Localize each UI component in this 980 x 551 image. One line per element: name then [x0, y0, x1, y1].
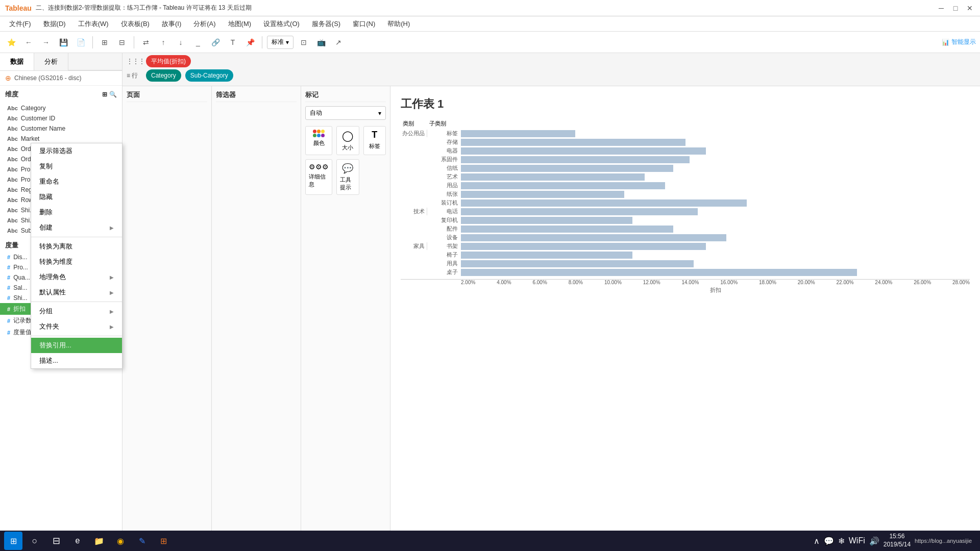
- maximize-button[interactable]: □: [950, 3, 961, 13]
- grid-icon[interactable]: ⊞: [102, 91, 107, 98]
- toolbar-sort-asc[interactable]: ↑: [156, 35, 170, 49]
- ctx-delete[interactable]: 删除: [31, 205, 122, 220]
- view-dropdown[interactable]: 标准 ▾: [267, 36, 293, 49]
- ctx-default-prop[interactable]: 默认属性 ▶: [31, 285, 122, 300]
- dot-purple: [321, 134, 325, 137]
- chart-bar: [461, 226, 673, 233]
- tableau-taskbar[interactable]: ⊞: [154, 532, 173, 550]
- minimize-button[interactable]: ─: [936, 3, 946, 13]
- chart-bar: [461, 234, 726, 241]
- menu-item-w[interactable]: 工作表(W): [73, 17, 114, 31]
- ctx-to-discrete[interactable]: 转换为离散: [31, 239, 122, 254]
- content-area: 页面 筛选器 标记 自动 ▾: [122, 86, 980, 531]
- field-customer-name[interactable]: Abc Customer Name: [0, 123, 122, 134]
- field-category[interactable]: Abc Category: [0, 103, 122, 113]
- dot-green: [313, 134, 316, 137]
- smart-display-icon: 📊: [942, 39, 949, 46]
- menu-item-o[interactable]: 设置格式(O): [258, 17, 305, 31]
- toolbar-new[interactable]: 📄: [74, 35, 88, 49]
- pages-title: 页面: [127, 90, 207, 102]
- volume-icon[interactable]: 🔊: [869, 536, 879, 546]
- smart-display-button[interactable]: 📊 智能显示: [942, 38, 976, 46]
- ctx-hide[interactable]: 隐藏: [31, 189, 122, 205]
- start-button[interactable]: ⊞: [4, 532, 22, 550]
- field-type-icon: Abc: [7, 187, 18, 193]
- menu-item-i[interactable]: 故事(I): [157, 17, 186, 31]
- marks-size-btn[interactable]: ◯ 大小: [336, 126, 359, 155]
- ctx-create[interactable]: 创建 ▶: [31, 220, 122, 235]
- wechat-icon[interactable]: 💬: [824, 536, 834, 546]
- axis-tick: 12.00%: [643, 280, 660, 285]
- tab-data[interactable]: 数据: [0, 53, 34, 70]
- marks-title: 标记: [305, 90, 386, 102]
- menu-item-n[interactable]: 窗口(N): [348, 17, 380, 31]
- toolbar-paste[interactable]: ⊟: [115, 35, 129, 49]
- toolbar-sort-desc[interactable]: ↓: [174, 35, 188, 49]
- marks-detail-label: 详细信息: [309, 173, 329, 188]
- ctx-folder[interactable]: 文件夹 ▶: [31, 319, 122, 334]
- marks-label-btn[interactable]: T 标签: [363, 126, 386, 155]
- search-button[interactable]: ○: [26, 532, 44, 550]
- rows-icon: ≡: [127, 72, 130, 79]
- menu-item-s[interactable]: 服务器(S): [307, 17, 346, 31]
- sub-label: 系固件: [427, 156, 461, 163]
- toolbar-copy[interactable]: ⊞: [97, 35, 112, 49]
- ctx-describe[interactable]: 描述...: [31, 353, 122, 368]
- ctx-to-dimension[interactable]: 转换为维度: [31, 254, 122, 269]
- weather-icon[interactable]: ❄: [838, 536, 845, 546]
- field-customer-id[interactable]: Abc Customer ID: [0, 113, 122, 123]
- toolbar-forward[interactable]: →: [39, 35, 53, 49]
- field-type-icon: #: [7, 318, 10, 324]
- marks-tooltip-btn[interactable]: 💬 工具提示: [336, 159, 359, 195]
- table-row: 存储: [401, 138, 970, 146]
- toolbar-camera[interactable]: 📌: [243, 35, 257, 49]
- ctx-replace-ref[interactable]: 替换引用...: [31, 338, 122, 353]
- table-row: 用具: [401, 260, 970, 267]
- cols-pill-discount[interactable]: 平均值(折扣): [146, 55, 191, 67]
- ie-button[interactable]: e: [68, 532, 87, 550]
- axis-tick: 4.00%: [497, 280, 511, 285]
- tablet-button[interactable]: ✎: [133, 532, 151, 550]
- tab-analysis[interactable]: 分析: [34, 53, 68, 70]
- explorer-button[interactable]: 📁: [90, 532, 108, 550]
- bar-wrap: [461, 199, 970, 207]
- smart-display-label: 智能显示: [951, 38, 976, 46]
- toolbar-text[interactable]: T: [226, 35, 240, 49]
- marks-detail-btn[interactable]: ⚙⚙⚙ 详细信息: [305, 159, 332, 195]
- menu-item-h[interactable]: 帮助(H): [382, 17, 415, 31]
- toolbar-share[interactable]: ↗: [331, 35, 346, 49]
- toolbar-highlight[interactable]: _: [191, 35, 205, 49]
- close-button[interactable]: ✕: [965, 3, 975, 13]
- marks-color-btn[interactable]: 颜色: [305, 126, 332, 155]
- toolbar-present[interactable]: 📺: [314, 35, 328, 49]
- wifi-icon[interactable]: WiFi: [849, 536, 865, 545]
- toolbar-swap[interactable]: ⇄: [139, 35, 153, 49]
- toolbar-back[interactable]: ←: [21, 35, 36, 49]
- menu-item-m[interactable]: 地图(M): [223, 17, 257, 31]
- bar-wrap: [461, 234, 970, 241]
- marks-buttons: 颜色 ◯ 大小 T 标签 ⚙⚙⚙ 详细信息 💬: [305, 126, 386, 195]
- ctx-group[interactable]: 分组 ▶: [31, 304, 122, 319]
- field-market[interactable]: Abc Market: [0, 134, 122, 144]
- browser-button[interactable]: ◉: [111, 532, 130, 550]
- bar-wrap: [461, 217, 970, 224]
- menu-item-b[interactable]: 仪表板(B): [116, 17, 155, 31]
- toolbar-star[interactable]: ⭐: [4, 35, 18, 49]
- rows-pill-subcategory[interactable]: Sub-Category: [185, 69, 233, 82]
- taskview-button[interactable]: ⊟: [47, 532, 65, 550]
- menu-item-f[interactable]: 文件(F): [4, 17, 36, 31]
- menu-item-a[interactable]: 分析(A): [188, 17, 220, 31]
- toolbar-save[interactable]: 💾: [56, 35, 70, 49]
- toolbar-fit[interactable]: ⊡: [297, 35, 311, 49]
- toolbar-link[interactable]: 🔗: [208, 35, 223, 49]
- ctx-copy[interactable]: 复制: [31, 159, 122, 174]
- ctx-rename[interactable]: 重命名: [31, 174, 122, 189]
- ctx-geo-role[interactable]: 地理角色 ▶: [31, 269, 122, 285]
- menu-item-d[interactable]: 数据(D): [38, 17, 71, 31]
- expand-icon[interactable]: ∧: [814, 536, 820, 546]
- ctx-show-filter[interactable]: 显示筛选器: [31, 143, 122, 159]
- search-icon[interactable]: 🔍: [109, 91, 117, 98]
- table-row: 桌子: [401, 268, 970, 276]
- marks-type-dropdown[interactable]: 自动 ▾: [305, 106, 386, 120]
- rows-pill-category[interactable]: Category: [146, 69, 181, 82]
